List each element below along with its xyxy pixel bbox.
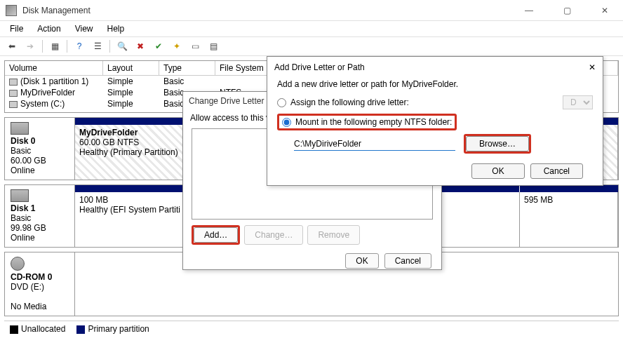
grid-icon[interactable]: ▦ (47, 39, 62, 54)
menu-bar: File Action View Help (0, 21, 623, 36)
dlg2-cancel-button[interactable]: Cancel (530, 163, 583, 179)
minimize-button[interactable]: — (516, 6, 542, 15)
assign-letter-label: Assign the following drive letter: (290, 97, 409, 107)
maximize-button[interactable]: ▢ (554, 6, 580, 15)
menu-help[interactable]: Help (102, 22, 130, 35)
disk-icon (11, 122, 29, 135)
folder-path-input[interactable] (294, 137, 455, 151)
list-icon[interactable]: ☰ (90, 39, 105, 54)
legend: Unallocated Primary partition (4, 321, 619, 337)
delete-icon[interactable]: ✖ (133, 39, 148, 54)
new-icon[interactable]: ✦ (169, 39, 185, 54)
close-button[interactable]: ✕ (592, 6, 617, 15)
dlg1-cancel-button[interactable]: Cancel (384, 253, 431, 269)
col-volume[interactable]: Volume (5, 61, 103, 76)
disk1-name: Disk 1 (11, 203, 35, 213)
search-icon[interactable]: 🔍 (114, 39, 130, 54)
drive-icon[interactable]: ▭ (187, 39, 203, 54)
help-icon[interactable]: ? (72, 39, 87, 54)
col-type[interactable]: Type (159, 61, 215, 76)
toolbar: ⬅ ➔ ▦ ? ☰ 🔍 ✖ ✔ ✦ ▭ ▤ (0, 36, 623, 56)
disk-icon (11, 189, 29, 202)
back-icon[interactable]: ⬅ (4, 39, 20, 54)
add-drive-letter-dialog: Add Drive Letter or Path ✕ Add a new dri… (267, 56, 603, 186)
partition-icon[interactable]: ▤ (206, 39, 221, 54)
disk0-name: Disk 0 (11, 136, 35, 146)
menu-action[interactable]: Action (32, 22, 66, 35)
volume-icon (9, 101, 18, 108)
menu-view[interactable]: View (69, 22, 99, 35)
add-button[interactable]: Add… (194, 227, 238, 243)
volume-icon (9, 79, 18, 86)
dlg1-ok-button[interactable]: OK (345, 253, 378, 269)
menu-file[interactable]: File (4, 22, 29, 35)
close-icon[interactable]: ✕ (589, 62, 596, 72)
cdrom-icon (11, 257, 25, 271)
app-icon (6, 5, 17, 16)
dlg2-ok-button[interactable]: OK (471, 163, 524, 179)
mount-folder-radio[interactable] (282, 118, 291, 127)
volume-icon (9, 90, 18, 97)
primary-swatch (76, 325, 85, 334)
window-title: Disk Management (22, 6, 516, 15)
titlebar: Disk Management — ▢ ✕ (0, 0, 623, 21)
assign-letter-radio[interactable] (277, 98, 286, 107)
col-layout[interactable]: Layout (103, 61, 159, 76)
remove-button[interactable]: Remove (307, 225, 360, 245)
drive-letter-select[interactable]: D (563, 95, 593, 109)
mount-folder-label: Mount in the following empty NTFS folder… (295, 117, 452, 127)
check-icon[interactable]: ✔ (151, 39, 166, 54)
unallocated-swatch (10, 325, 18, 334)
browse-button[interactable]: Browse… (466, 136, 529, 151)
dialog2-title: Add Drive Letter or Path (274, 62, 365, 72)
forward-icon[interactable]: ➔ (22, 39, 38, 54)
dialog2-message: Add a new drive letter or path for MyDri… (277, 79, 593, 89)
change-button[interactable]: Change… (244, 225, 303, 245)
